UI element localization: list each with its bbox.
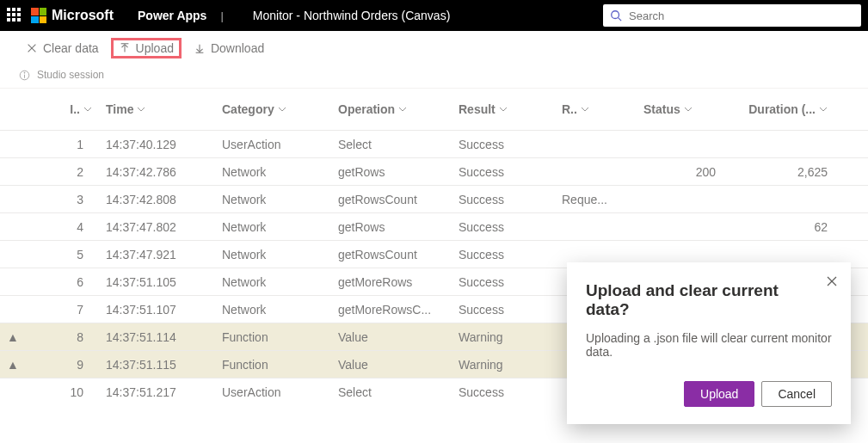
col-operation[interactable]: Operation bbox=[331, 102, 452, 116]
cell-result: Success bbox=[452, 193, 555, 206]
close-icon[interactable] bbox=[825, 274, 839, 288]
microsoft-icon bbox=[31, 8, 46, 23]
cell-time: 14:37:51.115 bbox=[99, 358, 215, 372]
cell-duration: 2,625 bbox=[723, 165, 834, 179]
dialog-cancel-button[interactable]: Cancel bbox=[761, 381, 832, 407]
cell-id: 6 bbox=[43, 275, 99, 289]
cell-operation: getMoreRowsC... bbox=[331, 303, 452, 317]
app-name[interactable]: Power Apps bbox=[138, 9, 206, 22]
cell-time: 14:37:40.129 bbox=[99, 138, 215, 151]
cell-time: 14:37:51.107 bbox=[99, 303, 215, 317]
col-category[interactable]: Category bbox=[215, 102, 331, 116]
microsoft-logo: Microsoft bbox=[31, 8, 114, 23]
chevron-down-icon bbox=[499, 105, 508, 114]
col-r[interactable]: R.. bbox=[555, 102, 637, 116]
cell-result: Warning bbox=[452, 330, 555, 344]
chevron-down-icon bbox=[398, 105, 407, 114]
cell-duration: 62 bbox=[723, 220, 834, 234]
cell-category: Function bbox=[215, 330, 331, 344]
cell-result: Success bbox=[452, 303, 555, 317]
cell-result: Success bbox=[452, 165, 555, 179]
cell-result: Success bbox=[452, 275, 555, 289]
search-input[interactable] bbox=[629, 9, 854, 22]
svg-line-1 bbox=[619, 18, 622, 22]
cell-category: Function bbox=[215, 358, 331, 372]
col-result[interactable]: Result bbox=[452, 102, 555, 116]
breadcrumb-separator: | bbox=[220, 9, 223, 22]
cell-status: 200 bbox=[637, 165, 723, 179]
grid-header-row: I.. Time Category Operation Result R.. S… bbox=[0, 89, 868, 130]
search-icon bbox=[610, 9, 622, 22]
chevron-down-icon bbox=[137, 105, 145, 114]
app-launcher-icon[interactable] bbox=[7, 8, 22, 23]
dialog-title: Upload and clear current data? bbox=[586, 281, 832, 319]
cell-category: UserAction bbox=[215, 138, 331, 151]
cell-time: 14:37:42.786 bbox=[99, 165, 215, 179]
cell-id: 2 bbox=[43, 165, 99, 179]
upload-button[interactable]: Upload bbox=[111, 38, 182, 58]
chevron-down-icon bbox=[819, 105, 828, 114]
cell-category: Network bbox=[215, 275, 331, 289]
download-button[interactable]: Download bbox=[187, 38, 271, 58]
dialog-body: Uploading a .json file will clear curren… bbox=[586, 331, 832, 359]
cell-time: 14:37:51.105 bbox=[99, 275, 215, 289]
cell-id: 4 bbox=[43, 220, 99, 234]
svg-point-0 bbox=[612, 11, 619, 19]
col-time[interactable]: Time bbox=[99, 102, 215, 116]
chevron-down-icon bbox=[581, 105, 589, 114]
cell-id: 3 bbox=[43, 193, 99, 206]
cell-category: Network bbox=[215, 165, 331, 179]
cell-category: UserAction bbox=[215, 385, 331, 399]
cell-time: 14:37:42.808 bbox=[99, 193, 215, 206]
cell-time: 14:37:51.114 bbox=[99, 330, 215, 344]
download-label: Download bbox=[211, 41, 264, 55]
session-info: Studio session bbox=[0, 65, 868, 89]
cell-result: Success bbox=[452, 138, 555, 151]
col-id[interactable]: I.. bbox=[43, 102, 99, 116]
cell-operation: getRows bbox=[331, 165, 452, 179]
table-row[interactable]: 214:37:42.786NetworkgetRowsSuccess2002,6… bbox=[0, 157, 868, 185]
upload-confirm-dialog: Upload and clear current data? Uploading… bbox=[567, 262, 851, 424]
table-row[interactable]: 114:37:40.129UserActionSelectSuccess bbox=[0, 130, 868, 157]
cell-operation: Select bbox=[331, 138, 452, 151]
cell-id: 1 bbox=[43, 138, 99, 151]
cell-result: Success bbox=[452, 220, 555, 234]
search-box[interactable] bbox=[603, 4, 861, 27]
table-row[interactable]: 314:37:42.808NetworkgetRowsCountSuccessR… bbox=[0, 185, 868, 212]
info-icon bbox=[19, 70, 30, 81]
page-title: Monitor - Northwind Orders (Canvas) bbox=[253, 9, 451, 22]
upload-icon bbox=[119, 42, 131, 54]
chevron-down-icon bbox=[278, 105, 286, 114]
cell-category: Network bbox=[215, 220, 331, 234]
cell-id: 5 bbox=[43, 248, 99, 261]
cell-operation: getRowsCount bbox=[331, 248, 452, 261]
cell-operation: getRows bbox=[331, 220, 452, 234]
cell-id: 8 bbox=[43, 330, 99, 344]
cell-time: 14:37:47.802 bbox=[99, 220, 215, 234]
cell-category: Network bbox=[215, 193, 331, 206]
cell-operation: Select bbox=[331, 385, 452, 399]
cell-operation: Value bbox=[331, 330, 452, 344]
cell-result: Success bbox=[452, 385, 555, 399]
cell-time: 14:37:51.217 bbox=[99, 385, 215, 399]
dialog-upload-button[interactable]: Upload bbox=[684, 381, 754, 407]
col-status[interactable]: Status bbox=[637, 102, 723, 116]
cell-r: Reque... bbox=[555, 193, 637, 206]
brand-text: Microsoft bbox=[52, 8, 114, 23]
clear-data-button[interactable]: Clear data bbox=[19, 38, 106, 58]
cell-result: Warning bbox=[452, 358, 555, 372]
cell-time: 14:37:47.921 bbox=[99, 248, 215, 261]
col-duration[interactable]: Duration (... bbox=[723, 102, 834, 116]
table-row[interactable]: 414:37:47.802NetworkgetRowsSuccess62 bbox=[0, 212, 868, 240]
cell-category: Network bbox=[215, 303, 331, 317]
cell-operation: getMoreRows bbox=[331, 275, 452, 289]
clear-data-label: Clear data bbox=[43, 41, 99, 55]
close-icon bbox=[26, 42, 38, 54]
command-bar: Clear data Upload Download bbox=[0, 31, 868, 65]
top-header: Microsoft Power Apps | Monitor - Northwi… bbox=[0, 0, 868, 31]
cell-result: Success bbox=[452, 248, 555, 261]
svg-point-10 bbox=[24, 72, 25, 73]
cell-id: 7 bbox=[43, 303, 99, 317]
warning-icon: ▲ bbox=[0, 330, 43, 344]
download-icon bbox=[194, 42, 206, 54]
